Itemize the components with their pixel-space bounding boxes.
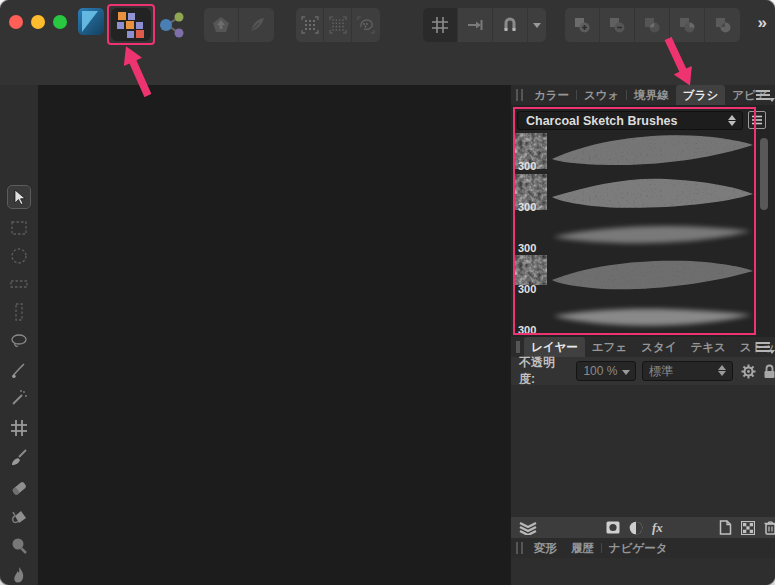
layers-stack-icon xyxy=(519,521,537,535)
boolean-intersect-button[interactable] xyxy=(635,8,670,42)
close-button[interactable] xyxy=(9,15,23,29)
whole-pixels-button[interactable] xyxy=(324,8,352,42)
lasso-dots-button[interactable] xyxy=(352,8,380,42)
adjustment-icon xyxy=(629,521,643,535)
row-marquee-tool[interactable] xyxy=(8,273,30,295)
paint-bucket-icon xyxy=(9,508,29,528)
chevron-down-icon xyxy=(622,370,630,375)
eraser-icon xyxy=(9,478,29,498)
layers-stack-button[interactable] xyxy=(519,521,537,535)
mask-layer-button[interactable] xyxy=(606,521,620,534)
flood-fill-tool[interactable] xyxy=(8,507,30,529)
brush-category-select[interactable]: Charcoal Sketch Brushes xyxy=(517,111,743,130)
brush-item[interactable]: 300 xyxy=(511,255,764,296)
tab-brushes[interactable]: ブラシ xyxy=(676,85,725,105)
brush-scrollbar[interactable] xyxy=(759,134,770,334)
boolean-combine-button[interactable] xyxy=(705,8,740,42)
crop-tool[interactable] xyxy=(8,417,30,439)
burn-tool[interactable] xyxy=(8,564,30,585)
move-tool[interactable] xyxy=(8,186,30,208)
panel-grip[interactable] xyxy=(516,89,523,101)
bottom-tabbar: 変形 履歴 ナビゲータ xyxy=(511,538,775,558)
panel-menu-icon[interactable] xyxy=(756,342,770,352)
pixel-persona-button[interactable] xyxy=(111,8,151,41)
layer-effects-button[interactable]: fx xyxy=(652,520,663,536)
new-pixel-layer-button[interactable] xyxy=(741,521,755,535)
selection-brush-tool[interactable] xyxy=(8,359,30,381)
boolean-subtract-button[interactable] xyxy=(600,8,635,42)
boolean-divide-button[interactable] xyxy=(670,8,705,42)
tab-effects[interactable]: エフェ xyxy=(585,337,634,357)
brush-item[interactable]: 300 xyxy=(511,214,764,255)
erase-brush-tool[interactable] xyxy=(8,477,30,499)
boolean-add-button[interactable] xyxy=(565,8,600,42)
brush-stroke-preview xyxy=(549,214,756,255)
brush-list-view-button[interactable] xyxy=(748,111,766,129)
lock-icon xyxy=(763,364,775,379)
toolbar-overflow-button[interactable]: » xyxy=(758,13,767,33)
zoom-button[interactable] xyxy=(53,15,67,29)
snapping-button[interactable] xyxy=(493,8,528,42)
brush-item[interactable]: 300 xyxy=(511,296,764,337)
brush-stroke-preview xyxy=(549,255,756,296)
studio-panel: カラー スウォ 境界線 ブラシ アピア xyxy=(510,85,775,585)
export-persona-icon xyxy=(157,10,187,40)
opacity-label: 不透明度: xyxy=(519,354,570,388)
tab-color[interactable]: カラー xyxy=(527,85,576,105)
column-marquee-icon xyxy=(9,302,29,322)
new-layer-button[interactable] xyxy=(719,520,732,535)
export-persona-button[interactable] xyxy=(157,10,187,40)
insert-target-icon xyxy=(465,15,485,35)
tab-navigator[interactable]: ナビゲータ xyxy=(602,538,675,558)
document-canvas[interactable] xyxy=(38,85,510,585)
list-icon xyxy=(751,114,763,126)
lock-layer-button[interactable] xyxy=(763,364,775,379)
lasso-dots-icon xyxy=(356,15,376,35)
brush-item[interactable]: 300 xyxy=(511,132,764,173)
fx-icon: fx xyxy=(652,520,663,536)
snapping-options-dropdown[interactable] xyxy=(528,8,546,42)
tab-transform[interactable]: 変形 xyxy=(527,538,564,558)
trash-icon xyxy=(764,520,775,535)
brush-item[interactable]: 300 xyxy=(511,173,764,214)
studio-tabbar: カラー スウォ 境界線 ブラシ アピア xyxy=(511,85,775,105)
tab-stroke[interactable]: 境界線 xyxy=(627,85,676,105)
layers-list[interactable] xyxy=(511,385,775,517)
tab-history[interactable]: 履歴 xyxy=(564,538,601,558)
adjustment-layer-button[interactable] xyxy=(629,521,643,535)
paint-brush-tool[interactable] xyxy=(8,447,30,469)
pentagon-arrow-button[interactable] xyxy=(204,8,239,42)
flood-select-tool[interactable] xyxy=(8,387,30,409)
tab-swatches[interactable]: スウォ xyxy=(577,85,626,105)
minimize-button[interactable] xyxy=(31,15,45,29)
select-stepper-icon xyxy=(718,365,726,376)
blend-mode-select[interactable]: 標準 xyxy=(642,361,733,381)
magnet-icon xyxy=(500,15,520,35)
boolean-subtract-icon xyxy=(607,15,627,35)
blend-options-button[interactable] xyxy=(741,364,756,379)
pixel-alignment-icon xyxy=(300,15,320,35)
tab-styles[interactable]: スタイ xyxy=(634,337,683,357)
insert-target-button[interactable] xyxy=(458,8,493,42)
rect-marquee-tool[interactable] xyxy=(8,217,30,239)
selection-brush-icon xyxy=(9,360,29,380)
panel-grip[interactable] xyxy=(516,542,523,554)
flame-icon xyxy=(9,565,29,585)
panel-menu-icon[interactable] xyxy=(756,90,770,100)
boolean-combine-icon xyxy=(713,15,733,35)
panel-grip[interactable] xyxy=(516,341,520,353)
alignment-button-group xyxy=(296,8,380,42)
brush-category-value: Charcoal Sketch Brushes xyxy=(526,114,677,128)
delete-layer-button[interactable] xyxy=(764,520,775,535)
zoom-tool[interactable] xyxy=(8,535,30,557)
opacity-select[interactable]: 100 % xyxy=(576,361,635,381)
freehand-select-tool[interactable] xyxy=(8,330,30,352)
pixel-alignment-button[interactable] xyxy=(296,8,324,42)
quill-button[interactable] xyxy=(239,8,274,42)
gear-icon xyxy=(741,364,756,379)
column-marquee-tool[interactable] xyxy=(8,301,30,323)
tab-text[interactable]: テキス xyxy=(683,337,732,357)
rect-marquee-icon xyxy=(9,218,29,238)
grid-toggle-button[interactable] xyxy=(423,8,458,42)
ellipse-marquee-tool[interactable] xyxy=(8,245,30,267)
